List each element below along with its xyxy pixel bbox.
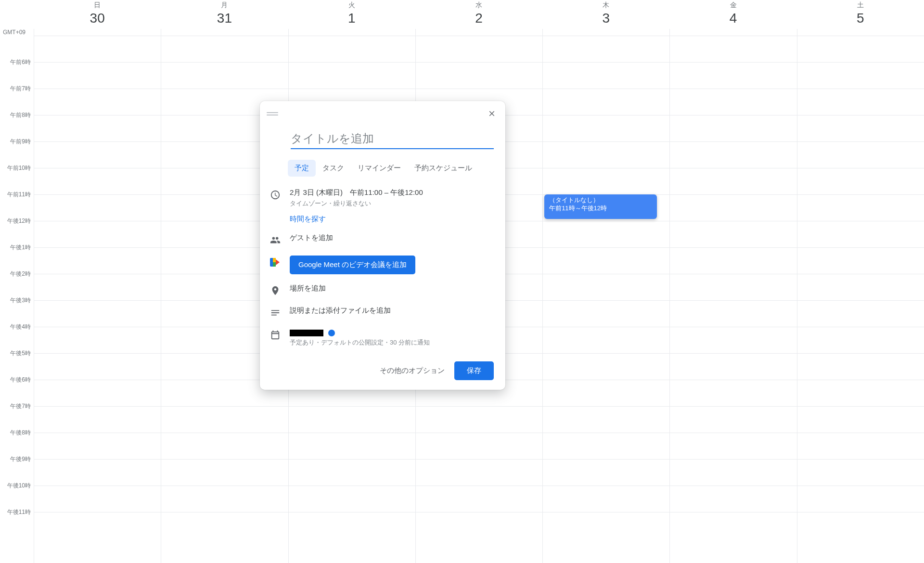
day-header[interactable]: 土5 [797, 1, 924, 30]
people-icon [270, 234, 281, 246]
hour-label: 午後5時 [2, 349, 31, 358]
hour-label: 午前6時 [2, 58, 31, 66]
calendar-color-dot [328, 330, 335, 336]
event-title: （タイトルなし） [549, 196, 652, 205]
timezone-label: GMT+09 [3, 29, 26, 36]
clock-icon [270, 189, 281, 201]
day-number: 2 [415, 11, 542, 26]
hour-label: 午後8時 [2, 429, 31, 437]
location-icon [270, 285, 281, 296]
tab-task[interactable]: タスク [316, 160, 351, 177]
hour-label: 午後11時 [2, 508, 31, 516]
hour-label: 午前9時 [2, 138, 31, 146]
day-of-week: 水 [415, 1, 542, 10]
drag-handle-icon[interactable] [267, 110, 278, 117]
google-meet-icon [270, 256, 281, 268]
day-header[interactable]: 月31 [161, 1, 288, 30]
day-number: 4 [669, 11, 796, 26]
hour-label: 午前10時 [2, 164, 31, 172]
location-row[interactable]: 場所を追加 [260, 279, 505, 301]
calendar-name-redacted [290, 330, 323, 336]
day-of-week: 土 [797, 1, 924, 10]
description-icon [270, 307, 281, 319]
day-header[interactable]: 火1 [288, 1, 415, 30]
day-header[interactable]: 金4 [669, 1, 796, 30]
hour-label: 午後7時 [2, 402, 31, 410]
hour-label: 午後3時 [2, 296, 31, 305]
tab-reminder[interactable]: リマインダー [351, 160, 408, 177]
add-google-meet-button[interactable]: Google Meet のビデオ会議を追加 [290, 256, 415, 274]
day-of-week: 月 [161, 1, 288, 10]
guests-placeholder: ゲストを追加 [290, 233, 494, 243]
tab-appointment-schedule[interactable]: 予約スケジュール [408, 160, 479, 177]
hour-label: 午後2時 [2, 270, 31, 278]
calendar-icon [270, 329, 281, 341]
save-button[interactable]: 保存 [454, 361, 494, 380]
hour-label: 午後10時 [2, 482, 31, 490]
event-title-input[interactable] [291, 131, 494, 149]
day-header[interactable]: 木3 [542, 1, 669, 30]
day-of-week: 木 [542, 1, 669, 10]
day-header[interactable]: 日30 [34, 1, 161, 30]
more-options-button[interactable]: その他のオプション [380, 366, 445, 375]
day-of-week: 金 [669, 1, 796, 10]
guests-row[interactable]: ゲストを追加 [260, 229, 505, 251]
hour-label: 午後6時 [2, 376, 31, 384]
hour-label: 午前11時 [2, 191, 31, 199]
calendar-sub: 予定あり・デフォルトの公開設定・30 分前に通知 [290, 338, 494, 347]
event-time: 午前11時～午後12時 [549, 205, 652, 213]
day-header[interactable]: 水2 [415, 1, 542, 30]
datetime-row[interactable]: 2月 3日 (木曜日) 午前11:00 – 午後12:00 タイムゾーン・繰り返… [260, 183, 505, 229]
find-time-link[interactable]: 時間を探す [290, 215, 494, 224]
close-button[interactable] [484, 106, 500, 121]
day-number: 30 [34, 11, 161, 26]
meet-row: Google Meet のビデオ会議を追加 [260, 251, 505, 279]
hour-label: 午後12時 [2, 217, 31, 225]
event-type-tabs: 予定 タスク リマインダー 予約スケジュール [288, 160, 505, 177]
calendar-event-block[interactable]: （タイトルなし） 午前11時～午後12時 [544, 194, 657, 219]
event-datetime: 2月 3日 (木曜日) 午前11:00 – 午後12:00 [290, 188, 494, 197]
tab-event[interactable]: 予定 [288, 160, 316, 177]
day-number: 31 [161, 11, 288, 26]
create-event-popup: 予定 タスク リマインダー 予約スケジュール 2月 3日 (木曜日) 午前11:… [260, 101, 505, 390]
description-row[interactable]: 説明または添付ファイルを追加 [260, 301, 505, 323]
hour-label: 午後9時 [2, 455, 31, 463]
hour-label: 午前8時 [2, 111, 31, 119]
day-number: 5 [797, 11, 924, 26]
description-placeholder: 説明または添付ファイルを追加 [290, 306, 494, 315]
day-of-week: 日 [34, 1, 161, 10]
day-of-week: 火 [288, 1, 415, 10]
event-datetime-sub: タイムゾーン・繰り返さない [290, 199, 494, 208]
day-number: 1 [288, 11, 415, 26]
calendar-select-row[interactable]: 予定あり・デフォルトの公開設定・30 分前に通知 [260, 323, 505, 352]
location-placeholder: 場所を追加 [290, 284, 494, 293]
hour-label: 午後4時 [2, 323, 31, 331]
hour-label: 午後1時 [2, 243, 31, 252]
hour-label: 午前7時 [2, 85, 31, 93]
day-number: 3 [542, 11, 669, 26]
close-icon [488, 109, 496, 118]
